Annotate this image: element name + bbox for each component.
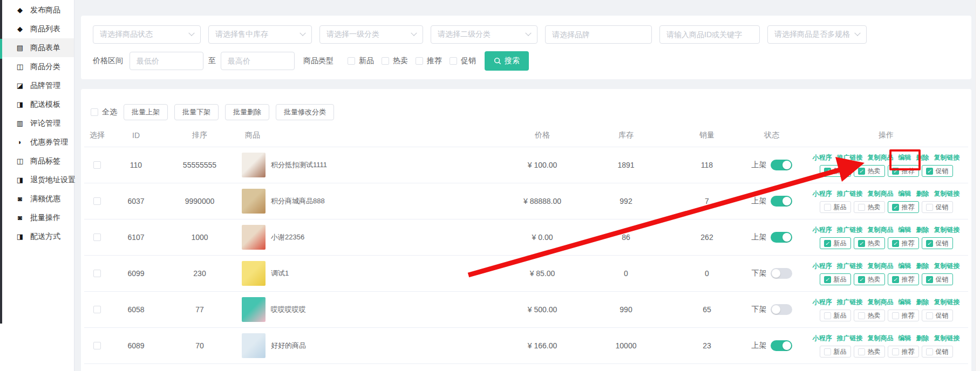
- copy-url-link[interactable]: 复制链接: [934, 225, 960, 235]
- tag-checkbox-hot[interactable]: 热卖: [854, 346, 885, 358]
- mini-program-link[interactable]: 小程序: [813, 153, 832, 162]
- sidebar-item-brand-management[interactable]: ◪品牌管理: [0, 76, 74, 95]
- tag-checkbox-hot[interactable]: 热卖: [854, 310, 885, 321]
- tag-checkbox-promo[interactable]: 促销: [922, 310, 953, 321]
- multi-spec-select[interactable]: 请选择商品是否多规格: [767, 25, 867, 44]
- tag-checkbox-hot[interactable]: 热卖: [854, 165, 885, 177]
- level2-category-select[interactable]: 请选择二级分类: [431, 25, 537, 44]
- promo-link[interactable]: 推广链接: [837, 262, 863, 271]
- mini-program-link[interactable]: 小程序: [813, 189, 832, 198]
- delete-link[interactable]: 删除: [916, 334, 929, 343]
- tag-checkbox-new[interactable]: 新品: [820, 165, 851, 177]
- copy-url-link[interactable]: 复制链接: [934, 262, 960, 271]
- status-toggle[interactable]: [771, 268, 792, 279]
- batch-on-shelf-button[interactable]: 批量上架: [124, 104, 168, 120]
- delete-link[interactable]: 删除: [916, 153, 929, 162]
- product-status-select[interactable]: 请选择商品状态: [93, 25, 201, 44]
- tag-checkbox-new[interactable]: 新品: [820, 201, 851, 213]
- sidebar-item-comment-management[interactable]: ▥评论管理: [0, 114, 74, 133]
- copy-product-link[interactable]: 复制商品: [868, 262, 894, 271]
- sidebar-item-delivery-template[interactable]: ◨配送模板: [0, 95, 74, 114]
- status-toggle[interactable]: [771, 340, 792, 351]
- tag-checkbox-hot[interactable]: 热卖: [854, 201, 885, 213]
- batch-off-shelf-button[interactable]: 批量下架: [174, 104, 219, 120]
- copy-url-link[interactable]: 复制链接: [934, 153, 960, 162]
- edit-link[interactable]: 编辑: [899, 189, 911, 198]
- copy-product-link[interactable]: 复制商品: [868, 153, 894, 162]
- sidebar-item-product-form[interactable]: ▤商品表单: [0, 38, 74, 57]
- level1-category-select[interactable]: 请选择一级分类: [319, 25, 423, 44]
- delete-link[interactable]: 删除: [916, 189, 929, 198]
- batch-delete-button[interactable]: 批量删除: [225, 104, 269, 120]
- row-checkbox[interactable]: [93, 233, 101, 241]
- type-checkbox-promo[interactable]: 促销: [450, 56, 476, 66]
- type-checkbox-new[interactable]: 新品: [348, 56, 374, 66]
- status-toggle[interactable]: [771, 160, 792, 170]
- sidebar-item-publish-product[interactable]: ◆发布商品: [0, 1, 74, 19]
- promo-link[interactable]: 推广链接: [837, 189, 863, 198]
- batch-edit-category-button[interactable]: 批量修改分类: [276, 104, 334, 120]
- sidebar-item-coupon-management[interactable]: ◗优惠券管理: [0, 133, 74, 152]
- row-checkbox[interactable]: [93, 342, 101, 349]
- promo-link[interactable]: 推广链接: [837, 225, 863, 235]
- tag-checkbox-promo[interactable]: 促销: [922, 237, 953, 249]
- select-all-checkbox[interactable]: 全选: [91, 107, 117, 117]
- tag-checkbox-new[interactable]: 新品: [820, 310, 851, 321]
- copy-url-link[interactable]: 复制链接: [934, 298, 960, 307]
- tag-checkbox-recommend[interactable]: 推荐: [888, 346, 919, 358]
- row-checkbox[interactable]: [93, 270, 101, 277]
- mini-program-link[interactable]: 小程序: [813, 225, 832, 235]
- copy-url-link[interactable]: 复制链接: [934, 189, 960, 198]
- tag-checkbox-recommend[interactable]: 推荐: [888, 237, 919, 249]
- promo-link[interactable]: 推广链接: [837, 298, 863, 307]
- copy-url-link[interactable]: 复制链接: [934, 334, 960, 343]
- tag-checkbox-promo[interactable]: 促销: [922, 165, 953, 177]
- min-price-input[interactable]: [130, 52, 203, 70]
- tag-checkbox-new[interactable]: 新品: [820, 273, 851, 285]
- edit-link-highlighted[interactable]: 编辑: [899, 153, 911, 162]
- copy-product-link[interactable]: 复制商品: [868, 189, 894, 198]
- sidebar-item-return-address[interactable]: ◨退货地址设置: [0, 170, 74, 189]
- tag-checkbox-hot[interactable]: 热卖: [854, 237, 885, 249]
- sidebar-item-delivery-method[interactable]: ◨配送方式: [0, 227, 74, 246]
- edit-link[interactable]: 编辑: [899, 334, 911, 343]
- sidebar-item-product-tags[interactable]: ◫商品标签: [0, 152, 74, 170]
- search-button[interactable]: 搜索: [485, 51, 529, 71]
- stock-status-select[interactable]: 请选择售中库存: [208, 25, 312, 44]
- mini-program-link[interactable]: 小程序: [813, 262, 832, 271]
- row-checkbox[interactable]: [93, 161, 101, 169]
- edit-link[interactable]: 编辑: [899, 262, 911, 271]
- sidebar-item-full-discount[interactable]: ◙满额优惠: [0, 189, 74, 208]
- status-toggle[interactable]: [771, 196, 792, 207]
- promo-link[interactable]: 推广链接: [837, 153, 863, 162]
- mini-program-link[interactable]: 小程序: [813, 334, 832, 343]
- sidebar-item-product-list[interactable]: ◆商品列表: [0, 19, 74, 38]
- tag-checkbox-recommend[interactable]: 推荐: [888, 201, 919, 213]
- keyword-input[interactable]: [659, 25, 760, 44]
- sidebar-item-product-category[interactable]: ◫商品分类: [0, 57, 74, 76]
- tag-checkbox-recommend[interactable]: 推荐: [888, 165, 919, 177]
- tag-checkbox-hot[interactable]: 热卖: [854, 273, 885, 285]
- row-checkbox[interactable]: [93, 197, 101, 205]
- vertical-scrollbar[interactable]: [975, 0, 980, 371]
- tag-checkbox-promo[interactable]: 促销: [922, 201, 953, 213]
- edit-link[interactable]: 编辑: [899, 225, 911, 235]
- copy-product-link[interactable]: 复制商品: [868, 225, 894, 235]
- promo-link[interactable]: 推广链接: [837, 334, 863, 343]
- row-checkbox[interactable]: [93, 306, 101, 313]
- max-price-input[interactable]: [221, 52, 295, 70]
- delete-link[interactable]: 删除: [916, 298, 929, 307]
- tag-checkbox-new[interactable]: 新品: [820, 237, 851, 249]
- tag-checkbox-new[interactable]: 新品: [820, 346, 851, 358]
- delete-link[interactable]: 删除: [916, 262, 929, 271]
- type-checkbox-recommend[interactable]: 推荐: [416, 56, 442, 66]
- brand-input[interactable]: [545, 25, 652, 44]
- tag-checkbox-recommend[interactable]: 推荐: [888, 273, 919, 285]
- edit-link[interactable]: 编辑: [899, 298, 911, 307]
- type-checkbox-hot[interactable]: 热卖: [382, 56, 408, 66]
- sidebar-item-batch-operation[interactable]: ◙批量操作: [0, 208, 74, 227]
- delete-link[interactable]: 删除: [916, 225, 929, 235]
- tag-checkbox-promo[interactable]: 促销: [922, 346, 953, 358]
- status-toggle[interactable]: [771, 232, 792, 243]
- copy-product-link[interactable]: 复制商品: [868, 298, 894, 307]
